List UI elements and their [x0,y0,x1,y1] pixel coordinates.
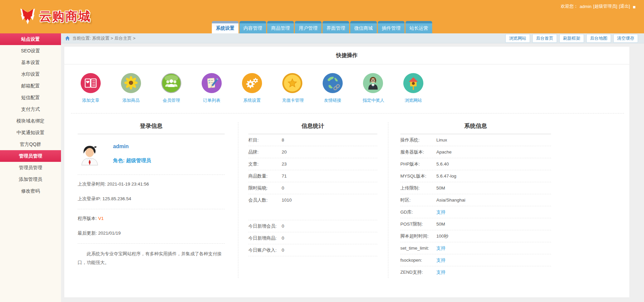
sys-row-upload-limit: 上传限制:50M [400,182,551,194]
last-login-time: 上次登录时间: 2021-01-19 23:41:56 [78,177,225,192]
stat-row-brands: 品牌:20 [248,146,377,158]
user-role: 角色: 超级管理员 [113,158,151,164]
breadcrumb-bar: 当前位置: 系统设置 > 后台主页 > 浏览网站 后台首页 刷新框架 后台地图 … [61,33,644,43]
system-info-panel: 系统信息 操作系统:Linux 服务器版本:Apache PHP版本:5.6.4… [388,122,629,278]
version-label: 程序版本: [78,216,98,221]
program-version-row: 程序版本: V1 [78,211,225,226]
sys-row-mysql: MYSQL版本:5.6.47-log [400,170,551,182]
sidebar-item-change-password[interactable]: 修改密码 [0,185,61,197]
quickop-members[interactable]: 会员管理 [161,73,182,103]
stat-row-articles: 文章:23 [248,158,377,170]
stats-panel-title: 信息统计 [248,122,377,134]
tab-user-manage[interactable]: 用户管理 [295,21,322,33]
fox-logo-icon [19,7,37,26]
tab-product-manage[interactable]: 商品管理 [267,21,294,33]
welcome-role-badge: [超级管理员] [593,3,617,9]
tab-plugin-manage[interactable]: 插件管理 [378,21,405,33]
quickop-browse-site[interactable]: 浏览网站 [403,73,424,103]
statistics-panel: 信息统计 栏目:8 品牌:20 文章:23 商品数量:71 限时揭晓:0 会员人… [238,122,388,278]
quickop-label: 浏览网站 [403,97,424,103]
sys-row-gd: GD库:支持 [400,206,551,218]
tab-content-manage[interactable]: 内容管理 [240,21,266,33]
orders-icon [201,73,222,93]
sidebar-item-admin-manage[interactable]: 管理员管理 [0,162,61,174]
quickop-label: 会员管理 [161,97,182,103]
sys-row-server: 服务器版本:Apache [400,146,551,158]
admin-avatar [78,142,102,167]
sidebar-item-email[interactable]: 邮箱配置 [0,80,61,92]
sys-row-os: 操作系统:Linux [400,134,551,146]
tab-ui-manage[interactable]: 界面管理 [323,21,349,33]
members-icon [161,73,182,93]
version-block: 程序版本: V1 最后更新: 2021/01/19 [78,209,225,244]
logo-text: 云购商城 [39,8,91,25]
tab-wechat-mall[interactable]: 微信商城 [350,21,377,33]
sidebar-item-basic[interactable]: 基本设置 [0,57,61,68]
content-card: 快捷操作 添加文章 [64,47,629,297]
last-login-block: 上次登录时间: 2021-01-19 23:41:56 上次登录IP: 125.… [78,175,225,209]
info-panels: 登录信息 admin 角色: 超级管理员 [64,113,629,291]
sidebar-item-win-notify[interactable]: 中奖通知设置 [0,127,61,138]
refresh-frame-button[interactable]: 刷新框架 [559,34,584,43]
login-panel-title: 登录信息 [78,122,225,134]
last-login-ip: 上次登录IP: 125.85.236.54 [78,192,225,206]
sidebar-item-seo[interactable]: SEO设置 [0,45,61,57]
stat-row-income-today: 今日账户收入:0 [248,244,377,256]
coin-star-icon [282,73,303,93]
quickop-add-article[interactable]: 添加文章 [80,73,101,103]
browse-site-button[interactable]: 浏览网站 [505,34,530,43]
quickop-label: 友情链接 [322,97,343,103]
sidebar-item-domain-bind[interactable]: 模块域名绑定 [0,115,61,127]
top-header: 云购商城 欢迎您： admin [超级管理员] [退出] 系统设置 内容管理 商… [0,0,644,33]
quickop-settings[interactable]: 系统设置 [242,73,262,103]
sidebar-item-qq-group[interactable]: 官方QQ群 [0,138,61,150]
quickop-recharge-card[interactable]: 充值卡管理 [282,73,303,103]
home-icon [65,36,70,41]
sidebar-item-sms[interactable]: 短信配置 [0,92,61,103]
quickop-friend-links[interactable]: 友情链接 [322,73,343,103]
stats-spacer [248,206,377,220]
system-panel-title: 系统信息 [400,122,551,134]
stats-group: 栏目:8 品牌:20 文章:23 商品数量:71 限时揭晓:0 会员人数:101… [248,134,377,206]
clear-cache-button[interactable]: 清空缓存 [613,34,638,43]
quick-ops-title: 快捷操作 [64,47,629,64]
sidebar-item-add-admin[interactable]: 添加管理员 [0,174,61,185]
logo: 云购商城 [19,7,91,26]
logout-link[interactable]: [退出] [619,3,630,9]
backend-map-button[interactable]: 后台地图 [586,34,611,43]
welcome-bar: 欢迎您： admin [超级管理员] [退出] [561,3,635,9]
tab-system-settings[interactable]: 系统设置 [212,21,239,33]
quickop-label: 充值卡管理 [282,97,303,103]
sidebar-item-site-settings[interactable]: 站点设置 [0,33,61,45]
sys-row-post-limit: POST限制:50M [400,218,551,230]
user-name: admin [113,143,151,149]
breadcrumb: 当前位置: 系统设置 > 后台主页 > [72,35,135,41]
add-article-icon [80,73,101,93]
sys-row-timezone: 时区:Asia/Shanghai [400,194,551,206]
toolbar: 浏览网站 后台首页 刷新框架 后台地图 清空缓存 [505,34,638,43]
sys-row-script-timeout: 脚本超时时间:100秒 [400,230,551,242]
quick-ops-row: 添加文章 [64,64,629,103]
quickop-assign-winner[interactable]: 指定中奖人 [363,73,383,103]
last-updated-row: 最后更新: 2021/01/19 [78,226,225,241]
quickop-label: 指定中奖人 [363,97,383,103]
user-block: admin 角色: 超级管理员 [78,134,225,175]
globe-link-icon [322,73,343,93]
sidebar: 站点设置 SEO设置 基本设置 水印设置 邮箱配置 短信配置 支付方式 模块域名… [0,33,61,302]
stat-row-timed-reveal: 限时揭晓:0 [248,182,377,194]
main-nav-tabs: 系统设置 内容管理 商品管理 用户管理 界面管理 微信商城 插件管理 站长运营 [212,21,432,33]
stat-row-members: 会员人数:1010 [248,194,377,206]
quickop-add-product[interactable]: 添加商品 [121,73,141,103]
quickop-label: 添加文章 [80,97,101,103]
quickop-orders[interactable]: 订单列表 [201,73,222,103]
quickop-label: 系统设置 [242,97,262,103]
sidebar-item-payment[interactable]: 支付方式 [0,103,61,115]
welcome-username: admin [580,4,591,9]
backend-home-button[interactable]: 后台首页 [532,34,557,43]
sidebar-item-admin-manage-header[interactable]: 管理员管理 [0,150,61,162]
sidebar-item-watermark[interactable]: 水印设置 [0,68,61,80]
stat-row-products: 商品数量:71 [248,170,377,182]
tab-webmaster-ops[interactable]: 站长运营 [406,21,432,33]
user-meta: admin 角色: 超级管理员 [113,142,151,167]
version-value: V1 [98,216,104,221]
